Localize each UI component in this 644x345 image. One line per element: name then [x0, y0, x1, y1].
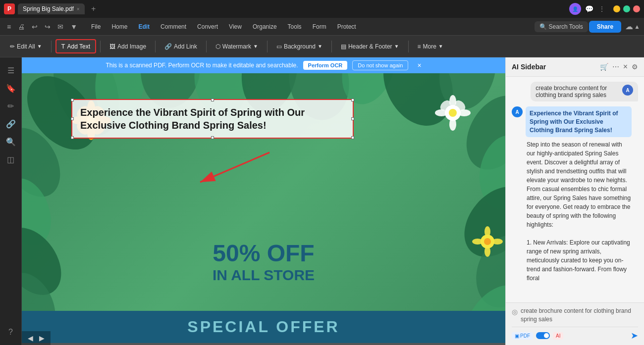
user-message: create brochure content for clothing bra… — [531, 82, 638, 101]
prev-page-button[interactable]: ◀ — [26, 333, 35, 343]
ai-badge: A — [512, 106, 523, 117]
background-dropdown: ▼ — [318, 44, 322, 49]
more-label: More — [423, 43, 436, 50]
watermark-icon: ⬡ — [215, 43, 220, 50]
toolbar-separator-1 — [51, 41, 52, 52]
toolbar-separator-7 — [408, 41, 409, 52]
next-page-button[interactable]: ▶ — [37, 333, 47, 343]
background-button[interactable]: ▭ Background ▼ — [271, 41, 327, 52]
image-icon: 🖼 — [109, 43, 115, 50]
edit-all-label: Edit All — [17, 43, 35, 50]
add-link-label: Add Link — [174, 43, 197, 50]
add-image-label: Add Image — [117, 43, 146, 50]
active-tab[interactable]: Spring Big Sale.pdf × — [18, 3, 85, 14]
ai-response: A Experience the Vibrant Spirit of Sprin… — [512, 106, 632, 285]
handle-bl[interactable] — [71, 136, 74, 139]
share-button[interactable]: Share — [589, 21, 621, 33]
sidebar-help-icon[interactable]: ? — [3, 324, 19, 340]
menu-item-comment[interactable]: Comment — [156, 21, 191, 32]
header-footer-icon: ▤ — [341, 43, 346, 50]
header-footer-button[interactable]: ▤ Header & Footer ▼ — [336, 41, 404, 52]
menu-item-convert[interactable]: Convert — [192, 21, 223, 32]
handle-br[interactable] — [351, 136, 354, 139]
add-text-button[interactable]: T Add Text — [55, 39, 96, 53]
watermark-button[interactable]: ⬡ Watermark ▼ — [211, 41, 263, 52]
close-button[interactable] — [633, 5, 640, 12]
undo-icon[interactable]: ↩ — [29, 21, 41, 33]
sidebar-layers-icon[interactable]: ◫ — [3, 151, 19, 167]
close-sidebar-icon[interactable]: × — [623, 62, 628, 71]
ai-sidebar-header: AI Sidebar 🛒 ⋯ × ⚙ — [506, 57, 644, 77]
ai-messages-list: create brochure content for clothing bra… — [506, 77, 644, 302]
cart-icon[interactable]: 🛒 — [600, 63, 608, 71]
avatar: 👤 — [569, 3, 581, 15]
menu-item-view[interactable]: View — [224, 21, 247, 32]
add-image-button[interactable]: 🖼 Add Image — [105, 41, 151, 52]
handle-mr[interactable] — [351, 117, 354, 120]
sidebar-menu-icon[interactable]: ☰ — [3, 62, 19, 78]
menu-item-home[interactable]: Home — [107, 21, 132, 32]
page-navigation: ◀ ▶ — [22, 331, 51, 345]
menu-item-file[interactable]: File — [86, 21, 106, 32]
ocr-message: This is a scanned PDF. Perform OCR to ma… — [106, 62, 298, 69]
settings-icon[interactable]: ⚙ — [632, 63, 638, 71]
add-text-icon: T — [61, 43, 65, 50]
maximize-button[interactable] — [623, 5, 630, 12]
sidebar-bookmark-icon[interactable]: 🔖 — [3, 80, 19, 96]
location-icon: ◎ — [512, 308, 518, 316]
ocr-banner: This is a scanned PDF. Perform OCR to ma… — [22, 57, 505, 73]
sidebar-annotation-icon[interactable]: ✏ — [3, 98, 19, 114]
ai-send-button[interactable]: ➤ — [631, 330, 638, 341]
perform-ocr-button[interactable]: Perform OCR — [303, 61, 348, 70]
more-options-icon[interactable]: ⋯ — [612, 63, 619, 71]
menu-item-edit[interactable]: Edit — [133, 21, 155, 32]
toolbar-separator-6 — [331, 41, 332, 52]
more-button[interactable]: ≡ More ▼ — [413, 41, 448, 52]
menu-item-tools[interactable]: Tools — [283, 21, 307, 32]
watermark-label: Watermark — [222, 43, 251, 50]
ai-header-icons: 🛒 ⋯ × ⚙ — [600, 62, 638, 71]
cloud-icon: ☁ — [625, 22, 633, 31]
ai-body-text: Step into the season of renewal with our… — [526, 140, 632, 283]
more-options-icon[interactable]: ⋮ — [598, 5, 605, 13]
editable-text-box[interactable]: Experience the Vibrant Spirit of Spring … — [71, 99, 354, 139]
menu-icon-file[interactable]: ≡ — [4, 21, 14, 33]
ai-toggle[interactable] — [536, 332, 550, 339]
pdf-badge: ▣ PDF — [512, 332, 533, 340]
ocr-close-icon[interactable]: × — [417, 61, 421, 69]
do-not-show-button[interactable]: Do not show again — [352, 60, 408, 70]
edit-all-button[interactable]: ✏ Edit All ▼ — [5, 41, 47, 52]
chat-icon[interactable]: 💬 — [585, 5, 593, 13]
menu-item-form[interactable]: Form — [308, 21, 331, 32]
handle-tl[interactable] — [71, 99, 74, 101]
dropdown-icon[interactable]: ▼ — [67, 21, 80, 33]
mail-icon[interactable]: ✉ — [54, 21, 66, 33]
search-tools-button[interactable]: 🔍 Search Tools — [535, 21, 588, 32]
handle-tr[interactable] — [351, 99, 354, 101]
more-dropdown: ▼ — [438, 44, 443, 49]
add-link-button[interactable]: 🔗 Add Link — [160, 41, 202, 52]
toolbar-separator-2 — [100, 41, 101, 52]
sale-text-block: 50% OFF IN ALL STORE — [22, 240, 505, 284]
ai-footer: ◎ create brochure content for clothing b… — [506, 302, 644, 345]
edit-all-dropdown: ▼ — [37, 44, 42, 49]
menu-item-protect[interactable]: Protect — [332, 21, 361, 32]
tab-close-icon[interactable]: × — [77, 6, 80, 12]
sidebar-link-icon[interactable]: 🔗 — [3, 116, 19, 132]
sidebar-search-icon[interactable]: 🔍 — [3, 134, 19, 149]
new-tab-button[interactable]: + — [88, 3, 100, 15]
minimize-button[interactable] — [613, 5, 620, 12]
toolbar-separator-3 — [155, 41, 156, 52]
handle-bm[interactable] — [211, 136, 214, 139]
search-tools-label: Search Tools — [549, 23, 583, 30]
menu-item-organize[interactable]: Organize — [248, 21, 282, 32]
print-icon[interactable]: 🖨 — [15, 21, 28, 33]
header-footer-label: Header & Footer — [348, 43, 392, 50]
handle-tm[interactable] — [211, 99, 214, 101]
redo-icon[interactable]: ↪ — [42, 21, 54, 33]
watermark-dropdown: ▼ — [253, 44, 258, 49]
background-icon: ▭ — [276, 43, 282, 50]
background-label: Background — [284, 43, 316, 50]
handle-ml[interactable] — [71, 117, 74, 120]
special-offer-bar: SPECIAL OFFER — [22, 311, 505, 343]
